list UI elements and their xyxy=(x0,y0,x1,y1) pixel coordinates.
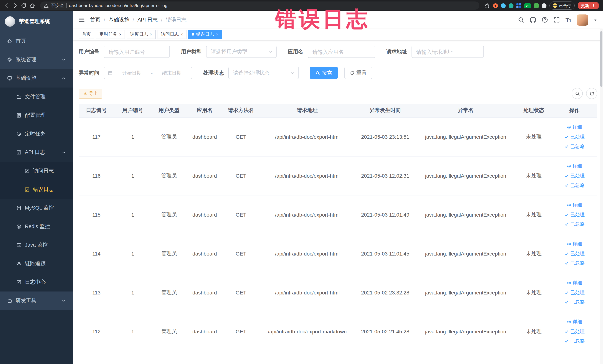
reload-icon[interactable] xyxy=(21,3,27,9)
scrollbar-thumb[interactable] xyxy=(600,31,603,87)
table-row: 117 1 管理员 dashboard GET /api/infra/db-do… xyxy=(79,117,597,156)
user-id-input[interactable] xyxy=(104,46,170,58)
breadcrumb-item[interactable]: 基础设施 xyxy=(101,16,129,23)
sidebar-item-devtools[interactable]: 研发工具 xyxy=(0,292,73,310)
sidebar-item-trace[interactable]: 链路追踪 xyxy=(0,254,73,273)
paused-badge[interactable]: 已暂停 xyxy=(549,1,575,10)
app-name-input[interactable] xyxy=(308,46,375,58)
extension-icon-on[interactable]: on xyxy=(524,3,531,8)
extension-icon-4[interactable] xyxy=(516,3,521,8)
forward-icon[interactable] xyxy=(12,3,18,9)
close-icon[interactable] xyxy=(119,32,122,37)
bookmark-star-icon[interactable] xyxy=(484,3,490,9)
breadcrumb-item[interactable]: API 日志 xyxy=(129,16,158,23)
cell-method: GET xyxy=(222,234,259,273)
sidebar-item-mysql-monitor[interactable]: MySQL 监控 xyxy=(0,199,73,217)
update-button[interactable]: 更新 xyxy=(578,2,599,9)
action-detail[interactable]: 详细 xyxy=(553,278,596,288)
eye-icon xyxy=(567,320,571,324)
search-button[interactable]: 搜索 xyxy=(310,67,338,79)
extension-icon-5[interactable] xyxy=(534,3,539,8)
close-icon[interactable] xyxy=(181,32,183,37)
action-label: 详细 xyxy=(573,163,582,169)
action-ignored[interactable]: 已忽略 xyxy=(553,181,596,190)
fullscreen-icon[interactable] xyxy=(554,17,560,23)
date-range-picker[interactable]: 开始日期 - 结束日期 xyxy=(104,67,192,79)
cell-user-type: 管理员 xyxy=(151,117,187,156)
sidebar-item-access-log[interactable]: 访问日志 xyxy=(0,162,73,180)
close-icon[interactable] xyxy=(216,32,218,37)
tab-label: 调度日志 xyxy=(130,31,148,37)
sidebar-item-java-monitor[interactable]: Java 监控 xyxy=(0,236,73,254)
action-detail[interactable]: 详细 xyxy=(553,161,596,171)
browser-home-icon[interactable] xyxy=(29,3,35,9)
tab-error-log[interactable]: 错误日志 xyxy=(188,30,222,39)
scrollbar-track[interactable] xyxy=(600,29,603,364)
action-ignored[interactable]: 已忽略 xyxy=(553,297,596,307)
extension-icon-1[interactable] xyxy=(493,3,498,8)
extension-icon-6[interactable] xyxy=(542,3,546,8)
breadcrumb-item[interactable]: 首页 xyxy=(90,16,101,23)
cell-status: 未处理 xyxy=(516,156,552,195)
action-ignored[interactable]: 已忽略 xyxy=(553,258,596,268)
close-icon[interactable] xyxy=(150,32,152,37)
action-ignored[interactable]: 已忽略 xyxy=(553,336,596,346)
action-processed[interactable]: 已处理 xyxy=(553,171,596,181)
action-processed[interactable]: 已处理 xyxy=(553,210,596,220)
app-logo[interactable]: 芋道管理系统 xyxy=(0,11,73,32)
reset-button[interactable]: 重置 xyxy=(344,67,372,79)
sidebar-item-log-center[interactable]: 日志中心 xyxy=(0,273,73,292)
sidebar-item-home[interactable]: 首页 xyxy=(0,32,73,50)
action-ignored[interactable]: 已忽略 xyxy=(553,220,596,229)
sidebar-item-file-management[interactable]: 文件管理 xyxy=(0,88,73,106)
sidebar-item-scheduled-tasks[interactable]: 定时任务 xyxy=(0,125,73,143)
tab-scheduled-tasks[interactable]: 定时任务 xyxy=(96,30,125,39)
sidebar-toggle-icon[interactable] xyxy=(79,17,85,23)
extension-icon-2[interactable] xyxy=(501,3,506,8)
check-icon xyxy=(564,222,569,227)
action-detail[interactable]: 详细 xyxy=(553,239,596,249)
avatar[interactable] xyxy=(577,14,588,25)
action-detail[interactable]: 详细 xyxy=(553,317,596,327)
github-icon[interactable] xyxy=(530,17,536,23)
help-icon[interactable] xyxy=(542,17,548,23)
caret-down-icon[interactable] xyxy=(593,18,597,22)
refresh-button[interactable] xyxy=(586,88,597,99)
action-processed[interactable]: 已处理 xyxy=(553,288,596,297)
tab-label: 错误日志 xyxy=(196,31,214,37)
request-url-input[interactable] xyxy=(412,46,484,58)
tab-home[interactable]: 首页 xyxy=(79,30,94,39)
search-icon[interactable] xyxy=(518,17,524,23)
tab-schedule-log[interactable]: 调度日志 xyxy=(127,30,156,39)
trace-icon xyxy=(16,261,22,266)
cell-user-type: 管理员 xyxy=(151,156,187,195)
sidebar-item-error-log[interactable]: 错误日志 xyxy=(0,180,73,199)
process-status-select[interactable]: 请选择处理状态 xyxy=(228,67,299,79)
font-size-icon[interactable] xyxy=(566,17,571,23)
action-detail[interactable]: 详细 xyxy=(553,122,596,132)
sidebar-item-infrastructure[interactable]: 基础设施 xyxy=(0,69,73,88)
action-ignored[interactable]: 已忽略 xyxy=(553,142,596,151)
action-processed[interactable]: 已处理 xyxy=(553,327,596,336)
back-icon[interactable] xyxy=(4,3,10,9)
action-processed[interactable]: 已处理 xyxy=(553,132,596,142)
extension-icon-3[interactable] xyxy=(509,3,513,8)
sidebar-item-redis-monitor[interactable]: Redis 监控 xyxy=(0,217,73,236)
hide-search-button[interactable] xyxy=(572,88,583,99)
user-type-select[interactable]: 请选择用户类型 xyxy=(206,46,277,58)
sidebar-item-config-management[interactable]: 配置管理 xyxy=(0,106,73,125)
sidebar-item-system[interactable]: 系统管理 xyxy=(0,50,73,69)
tabs-bar: 首页 定时任务 调度日志 访问日志 错误日志 xyxy=(73,29,603,40)
infrastructure-icon xyxy=(7,76,12,81)
action-label: 已忽略 xyxy=(570,299,585,305)
browser-menu-icon[interactable] xyxy=(591,3,596,8)
action-label: 详细 xyxy=(573,124,582,130)
export-button[interactable]: 导出 xyxy=(79,88,102,98)
address-bar[interactable]: 不安全 dashboard.yudao.iocoder.cn/infra/log… xyxy=(40,1,479,10)
tab-access-log[interactable]: 访问日志 xyxy=(158,30,186,39)
action-processed[interactable]: 已处理 xyxy=(553,249,596,258)
eye-icon xyxy=(567,281,571,285)
column-header: 操作 xyxy=(552,104,597,117)
sidebar-item-api-logs[interactable]: API 日志 xyxy=(0,143,73,162)
action-detail[interactable]: 详细 xyxy=(553,200,596,210)
